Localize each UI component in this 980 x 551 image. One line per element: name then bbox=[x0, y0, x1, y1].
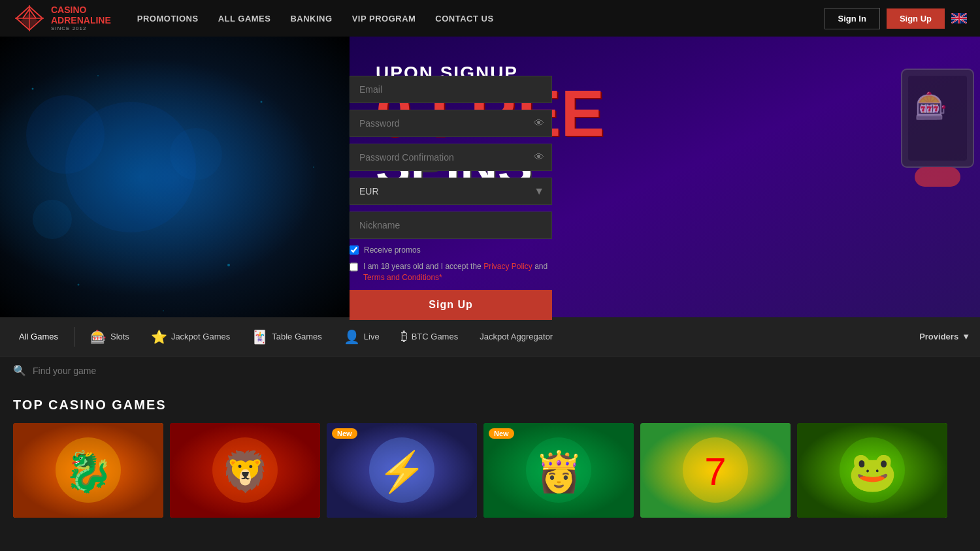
top-casino-games: TOP CASINO GAMES 🐉 🦁 bbox=[0, 385, 980, 518]
logo-since: SINCE 2012 bbox=[51, 25, 111, 31]
nav-promotions[interactable]: PROMOTIONS bbox=[137, 14, 199, 24]
game-card-6-art: 🐸 bbox=[797, 423, 947, 518]
main-nav: PROMOTIONS ALL GAMES BANKING VIP PROGRAM… bbox=[137, 14, 825, 24]
nav-contact[interactable]: CONTACT US bbox=[435, 14, 493, 24]
email-field-wrapper bbox=[350, 76, 552, 103]
live-icon: 👤 bbox=[344, 329, 360, 345]
nickname-field-wrapper bbox=[350, 212, 552, 239]
svg-point-20 bbox=[78, 284, 80, 286]
game-card-1[interactable]: 🐉 bbox=[13, 423, 163, 518]
signup-form: 👁 👁 EUR USD GBP CAD AUD ▼ Receive promos bbox=[350, 76, 552, 320]
signup-button[interactable]: Sign Up bbox=[887, 8, 945, 29]
slots-icon: 🎰 bbox=[90, 329, 106, 345]
game-card-4[interactable]: New 👸 bbox=[483, 423, 634, 518]
email-input[interactable] bbox=[350, 76, 552, 103]
search-bar: 🔍 bbox=[0, 356, 980, 385]
receive-promos-label: Receive promos bbox=[364, 245, 421, 255]
receive-promos-row: Receive promos bbox=[350, 245, 552, 255]
jackpot-icon: ⭐ bbox=[151, 329, 167, 345]
svg-point-18 bbox=[313, 166, 314, 168]
svg-point-19 bbox=[227, 264, 230, 266]
live-label: Live bbox=[364, 332, 380, 341]
game-card-3-new-badge: New bbox=[332, 428, 357, 439]
game-nav: All Games 🎰 Slots ⭐ Jackpot Games 🃏 Tabl… bbox=[0, 317, 980, 356]
svg-text:🦁: 🦁 bbox=[221, 449, 270, 495]
svg-text:🐉: 🐉 bbox=[64, 449, 113, 495]
search-wrapper: 🔍 bbox=[13, 364, 967, 377]
btc-label: BTC Games bbox=[412, 332, 459, 341]
game-card-2[interactable]: 🦁 bbox=[170, 423, 320, 518]
nav-jackpot-item[interactable]: ⭐ Jackpot Games bbox=[142, 324, 239, 350]
logo[interactable]: CASINO ADRENALINE SINCE 2012 bbox=[13, 4, 111, 33]
hero-left-bg bbox=[0, 37, 350, 317]
svg-point-21 bbox=[163, 310, 164, 311]
svg-text:🎰: 🎰 bbox=[915, 90, 947, 121]
nav-live-item[interactable]: 👤 Live bbox=[335, 324, 389, 350]
svg-point-13 bbox=[170, 128, 222, 180]
password-confirm-eye-icon[interactable]: 👁 bbox=[534, 151, 544, 163]
password-confirm-wrapper: 👁 bbox=[350, 144, 552, 171]
svg-text:⚡: ⚡ bbox=[378, 449, 427, 495]
terms-checkbox[interactable] bbox=[350, 262, 358, 272]
svg-text:🐸: 🐸 bbox=[848, 449, 897, 495]
game-card-5-art: 7 bbox=[640, 423, 791, 518]
password-input[interactable] bbox=[350, 110, 552, 137]
game-card-4-new-badge: New bbox=[489, 428, 514, 439]
svg-text:7: 7 bbox=[704, 450, 726, 494]
nav-banking[interactable]: BANKING bbox=[290, 14, 332, 24]
signin-button[interactable]: Sign In bbox=[825, 8, 880, 29]
all-games-label: All Games bbox=[19, 332, 58, 341]
svg-point-16 bbox=[97, 75, 99, 76]
jackpot-agg-label: Jackpot Aggregator bbox=[480, 332, 553, 341]
language-flag[interactable] bbox=[951, 13, 967, 24]
currency-select[interactable]: EUR USD GBP CAD AUD bbox=[350, 178, 552, 205]
slots-label: Slots bbox=[110, 332, 129, 341]
receive-promos-checkbox[interactable] bbox=[350, 245, 359, 255]
terms-row: I am 18 years old and I accept the Priva… bbox=[350, 261, 552, 283]
nav-slots-item[interactable]: 🎰 Slots bbox=[81, 324, 139, 350]
header-actions: Sign In Sign Up bbox=[825, 8, 967, 29]
svg-point-15 bbox=[32, 88, 34, 90]
nav-vip[interactable]: VIP PROGRAM bbox=[352, 14, 416, 24]
nav-jackpot-agg-item[interactable]: Jackpot Aggregator bbox=[470, 326, 562, 347]
section-title: TOP CASINO GAMES bbox=[13, 398, 967, 413]
nav-all-games[interactable]: ALL GAMES bbox=[218, 14, 271, 24]
password-confirm-input[interactable] bbox=[350, 144, 552, 171]
games-grid: 🐉 🦁 New ⚡ bbox=[13, 423, 967, 518]
privacy-policy-link[interactable]: Privacy Policy bbox=[483, 262, 532, 271]
providers-label: Providers bbox=[919, 332, 958, 341]
svg-text:👸: 👸 bbox=[534, 449, 583, 495]
search-icon: 🔍 bbox=[13, 364, 26, 377]
game-card-2-art: 🦁 bbox=[170, 423, 320, 518]
nav-btc-item[interactable]: ₿ BTC Games bbox=[392, 324, 468, 349]
logo-title: CASINO ADRENALINE bbox=[51, 5, 111, 25]
btc-icon: ₿ bbox=[401, 329, 408, 344]
terms-text: I am 18 years old and I accept the Priva… bbox=[363, 261, 552, 283]
svg-point-14 bbox=[33, 200, 72, 239]
hero-section: 👁 👁 EUR USD GBP CAD AUD ▼ Receive promos bbox=[0, 37, 980, 317]
svg-rect-25 bbox=[915, 167, 960, 187]
game-card-3[interactable]: New ⚡ bbox=[327, 423, 477, 518]
terms-conditions-link[interactable]: Terms and Conditions* bbox=[363, 273, 442, 282]
game-card-1-art: 🐉 bbox=[13, 423, 163, 518]
table-games-icon: 🃏 bbox=[252, 329, 268, 345]
nav-separator-1 bbox=[74, 327, 74, 347]
table-games-label: Table Games bbox=[272, 332, 322, 341]
nickname-input[interactable] bbox=[350, 212, 552, 239]
search-input[interactable] bbox=[33, 366, 147, 376]
form-signup-button[interactable]: Sign Up bbox=[350, 290, 552, 320]
providers-dropdown-icon: ▼ bbox=[962, 332, 970, 341]
currency-select-wrapper: EUR USD GBP CAD AUD ▼ bbox=[350, 178, 552, 205]
game-card-5[interactable]: 7 bbox=[640, 423, 791, 518]
main-header: CASINO ADRENALINE SINCE 2012 PROMOTIONS … bbox=[0, 0, 980, 37]
jackpot-label: Jackpot Games bbox=[171, 332, 230, 341]
password-field-wrapper: 👁 bbox=[350, 110, 552, 137]
password-eye-icon[interactable]: 👁 bbox=[534, 118, 544, 129]
game-card-6[interactable]: 🐸 bbox=[797, 423, 947, 518]
svg-point-17 bbox=[261, 101, 263, 103]
providers-button[interactable]: Providers ▼ bbox=[919, 332, 970, 341]
nav-all-games-item[interactable]: All Games bbox=[10, 326, 67, 347]
nav-table-item[interactable]: 🃏 Table Games bbox=[242, 324, 331, 350]
